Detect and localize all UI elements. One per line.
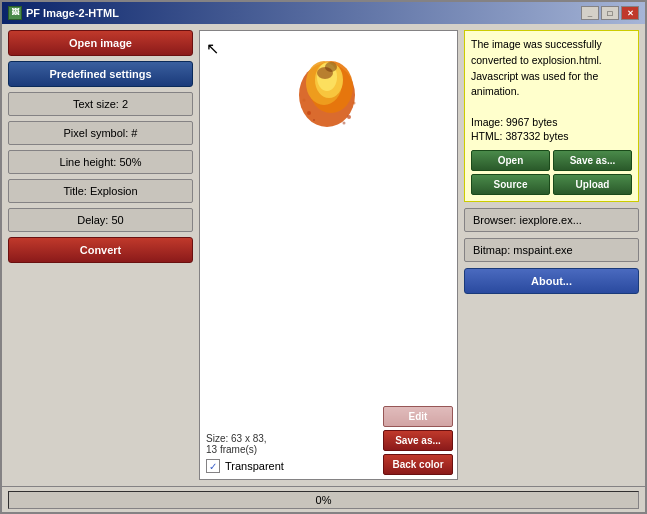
image-size-info: Size: 63 x 83, 13 frame(s) [206,431,284,457]
app-icon: 🖼 [8,6,22,20]
minimize-button[interactable]: _ [581,6,599,20]
source-button[interactable]: Source [471,174,550,195]
browser-label: Browser: iexplore.ex... [473,214,582,226]
left-panel: Open image Predefined settings Text size… [8,30,193,480]
svg-point-10 [342,122,345,125]
open-button[interactable]: Open [471,150,550,171]
main-window: 🖼 PF Image-2-HTML _ □ ✕ Open image Prede… [0,0,647,514]
edit-button[interactable]: Edit [383,406,453,427]
close-button[interactable]: ✕ [621,6,639,20]
text-size-setting[interactable]: Text size: 2 [8,92,193,116]
title-controls: _ □ ✕ [581,6,639,20]
predefined-settings-button[interactable]: Predefined settings [8,61,193,87]
open-image-button[interactable]: Open image [8,30,193,56]
status-bar: 0% [2,486,645,512]
image-preview: ↖ [199,30,458,480]
svg-point-7 [302,99,305,102]
svg-point-9 [313,119,315,121]
svg-point-6 [347,115,351,119]
maximize-button[interactable]: □ [601,6,619,20]
progress-container: 0% [8,491,639,509]
bitmap-setting[interactable]: Bitmap: mspaint.exe [464,238,639,262]
title-setting[interactable]: Title: Explosion [8,179,193,203]
bitmap-label: Bitmap: mspaint.exe [473,244,573,256]
svg-point-5 [307,111,311,115]
upload-button[interactable]: Upload [553,174,632,195]
save-as-html-button[interactable]: Save as... [553,150,632,171]
browser-setting[interactable]: Browser: iexplore.ex... [464,208,639,232]
window-title: PF Image-2-HTML [26,7,119,19]
transparent-label: Transparent [225,460,284,472]
info-box-buttons: Open Save as... Source Upload [471,150,632,195]
cursor-indicator: ↖ [206,39,219,58]
transparent-row: Transparent [206,457,284,475]
convert-button[interactable]: Convert [8,237,193,263]
progress-text: 0% [316,494,332,506]
pixel-symbol-setting[interactable]: Pixel symbol: # [8,121,193,145]
line-height-setting[interactable]: Line height: 50% [8,150,193,174]
image-action-buttons: Edit Save as... Back color [383,406,453,475]
svg-point-8 [352,102,355,105]
image-info-block: Size: 63 x 83, 13 frame(s) Transparent [206,431,284,475]
svg-point-12 [325,62,337,72]
title-bar: 🖼 PF Image-2-HTML _ □ ✕ [2,2,645,24]
delay-setting[interactable]: Delay: 50 [8,208,193,232]
save-as-button[interactable]: Save as... [383,430,453,451]
title-bar-left: 🖼 PF Image-2-HTML [8,6,119,20]
right-panel: The image was successfully converted to … [464,30,639,480]
middle-panel: ↖ [199,30,458,480]
explosion-image [289,45,369,135]
about-button[interactable]: About... [464,268,639,294]
info-box: The image was successfully converted to … [464,30,639,202]
back-color-button[interactable]: Back color [383,454,453,475]
transparent-checkbox[interactable] [206,459,220,473]
main-content: Open image Predefined settings Text size… [2,24,645,486]
